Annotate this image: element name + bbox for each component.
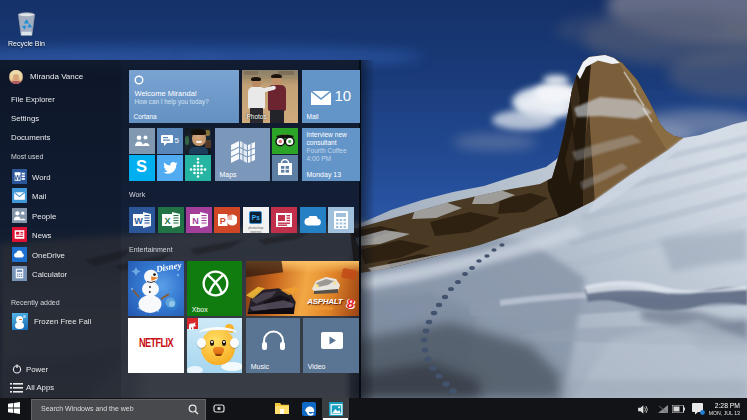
svg-text:N: N [192, 216, 199, 226]
svg-text:X: X [164, 216, 170, 226]
svg-text:W: W [134, 216, 143, 226]
svg-text:P: P [220, 216, 226, 226]
svg-text:W: W [14, 173, 21, 180]
